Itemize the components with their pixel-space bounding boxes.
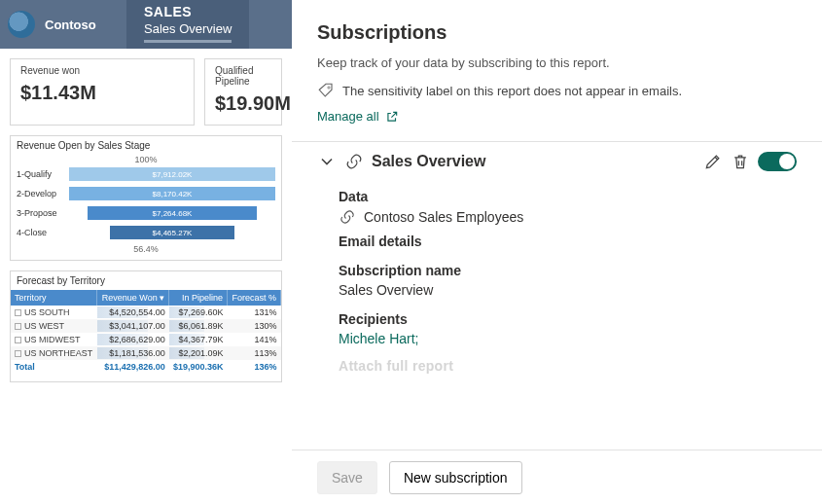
table-row[interactable]: US WEST $3,041,107.00 $6,061.89K 130% — [11, 319, 281, 333]
sub-name-value: Sales Overview — [339, 282, 797, 298]
nav-section: SALES — [144, 4, 232, 19]
recipients-value: Michele Hart; — [339, 331, 797, 346]
attach-label: Attach full report — [339, 358, 797, 374]
stage-bar: $4,465.27K — [110, 226, 233, 239]
stage-bar: $8,170.42K — [69, 187, 275, 200]
chevron-down-icon[interactable] — [317, 152, 337, 171]
data-label: Data — [339, 189, 797, 204]
kpi-value: $19.90M — [215, 92, 271, 115]
kpi-label: Qualified Pipeline — [215, 65, 271, 87]
delete-icon[interactable] — [731, 152, 750, 171]
tag-icon — [317, 82, 335, 99]
kpi-qualified-pipeline: Qualified Pipeline $19.90M — [204, 58, 282, 126]
subscription-header: Sales Overview — [317, 152, 797, 171]
enable-toggle[interactable] — [758, 152, 797, 171]
stage-bar-row: 3-Propose $7,264.68K — [17, 203, 275, 223]
stage-bar-row: 1-Qualify $7,912.02K — [17, 164, 275, 184]
link-icon — [344, 152, 364, 171]
table-row[interactable]: US NORTHEAST $1,181,536.00 $2,201.09K 11… — [11, 346, 281, 360]
stage-bar: $7,264.68K — [88, 206, 257, 220]
panel-subtitle: Keep track of your data by subscribing t… — [317, 55, 797, 70]
nav-block[interactable]: SALES Sales Overview — [126, 0, 249, 49]
save-button: Save — [317, 461, 377, 494]
stage-bar: $7,912.02K — [69, 167, 275, 181]
nav-page: Sales Overview — [144, 21, 232, 43]
kpi-revenue-won: Revenue won $11.43M — [10, 58, 195, 126]
col-header[interactable]: Territory — [11, 290, 97, 306]
brand-name: Contoso — [45, 18, 96, 32]
sub-name-label: Subscription name — [339, 263, 797, 278]
stage-bar-row: 4-Close $4,465.27K — [17, 223, 275, 242]
chart-title: Revenue Open by Sales Stage — [17, 140, 275, 151]
top-pct: 100% — [17, 155, 275, 164]
bottom-pct: 56.4% — [17, 244, 275, 254]
dataset-row: Contoso Sales Employees — [339, 208, 797, 226]
forecast-table: Forecast by Territory TerritoryRevenue W… — [10, 270, 282, 382]
table-title: Forecast by Territory — [11, 275, 281, 290]
stage-chart: Revenue Open by Sales Stage 100% 1-Quali… — [10, 135, 282, 261]
recipients-label: Recipients — [339, 311, 797, 327]
table-row[interactable]: US SOUTH $4,520,554.00 $7,269.60K 131% — [11, 306, 281, 319]
stage-label: 1-Qualify — [17, 169, 65, 179]
subscription-body: Data Contoso Sales Employees Email detai… — [317, 171, 797, 374]
panel-footer: Save New subscription — [292, 450, 822, 504]
brand-logo-icon — [8, 11, 35, 38]
subscription-name: Sales Overview — [372, 153, 485, 170]
stage-label: 4-Close — [17, 228, 65, 237]
subscriptions-panel: Subscriptions Keep track of your data by… — [292, 0, 822, 504]
manage-all-label: Manage all — [317, 109, 379, 124]
sensitivity-text: The sensitivity label on this report doe… — [342, 84, 682, 98]
col-header[interactable]: Revenue Won ▾ — [97, 290, 169, 306]
external-link-icon — [385, 110, 399, 124]
dataset-name: Contoso Sales Employees — [364, 209, 523, 225]
link-icon — [339, 208, 356, 226]
table-row[interactable]: US MIDWEST $2,686,629.00 $4,367.79K 141% — [11, 333, 281, 346]
sensitivity-note: The sensitivity label on this report doe… — [317, 82, 797, 99]
kpi-value: $11.43M — [20, 82, 184, 104]
email-details-label: Email details — [339, 234, 797, 249]
col-header[interactable]: Forecast % — [228, 290, 281, 306]
manage-all-link[interactable]: Manage all — [317, 109, 797, 124]
edit-icon[interactable] — [703, 152, 723, 171]
col-header[interactable]: In Pipeline — [169, 290, 228, 306]
stage-bar-row: 2-Develop $8,170.42K — [17, 184, 275, 203]
report-area: Revenue won $11.43M Qualified Pipeline $… — [0, 49, 292, 392]
svg-point-0 — [328, 87, 330, 89]
new-subscription-button[interactable]: New subscription — [389, 461, 522, 494]
brand: Contoso — [0, 0, 126, 49]
divider — [292, 141, 822, 142]
table-row-total: Total$11,429,826.00$19,900.36K136% — [11, 360, 281, 374]
panel-title: Subscriptions — [317, 21, 797, 44]
stage-label: 3-Propose — [17, 208, 65, 218]
stage-label: 2-Develop — [17, 189, 65, 198]
kpi-label: Revenue won — [20, 65, 184, 76]
